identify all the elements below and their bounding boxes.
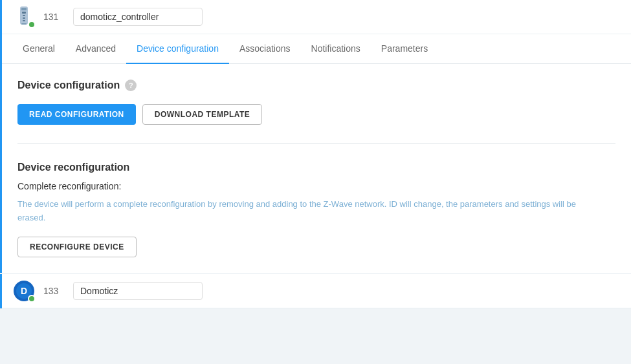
device-card-2: D 133 [0, 274, 631, 308]
device-card-1: 131 General Advanced Device configuratio… [0, 0, 631, 273]
status-dot-1 [28, 21, 36, 28]
tab-parameters[interactable]: Parameters [371, 34, 438, 64]
tab-associations[interactable]: Associations [229, 34, 301, 64]
svg-rect-6 [21, 23, 27, 25]
device-icon-wrapper-1 [12, 5, 36, 28]
reconfiguration-title: Device reconfiguration [17, 162, 615, 173]
tab-notifications[interactable]: Notifications [301, 34, 371, 64]
svg-rect-3 [23, 15, 25, 16]
read-configuration-button[interactable]: READ CONFIGURATION [17, 104, 136, 125]
svg-rect-4 [23, 17, 25, 19]
section-divider [17, 143, 615, 144]
device-id-1: 131 [43, 12, 63, 22]
svg-text:D: D [21, 286, 27, 296]
tabs-bar: General Advanced Device configuration As… [2, 34, 631, 64]
device-id-2: 133 [43, 286, 63, 296]
device-name-input-2[interactable] [73, 282, 203, 300]
device-header-1: 131 [2, 0, 631, 34]
svg-rect-2 [22, 12, 26, 14]
reconfiguration-description: The device will perform a complete recon… [17, 198, 600, 225]
reconfigure-device-button[interactable]: RECONFIGURE DEVICE [17, 237, 137, 257]
device-header-2: D 133 [2, 274, 631, 308]
tab-advanced[interactable]: Advanced [65, 34, 126, 64]
tab-general[interactable]: General [12, 34, 65, 64]
tab-content-area: Device configuration ? READ CONFIGURATIO… [2, 64, 631, 273]
device-name-input-1[interactable] [73, 8, 203, 26]
svg-rect-5 [23, 20, 25, 21]
config-button-row: READ CONFIGURATION DOWNLOAD TEMPLATE [17, 104, 615, 125]
status-dot-2 [28, 295, 36, 303]
device-config-title-text: Device configuration [17, 80, 120, 91]
svg-rect-1 [21, 8, 27, 10]
help-icon[interactable]: ? [125, 80, 137, 91]
device-config-section-title: Device configuration ? [17, 80, 615, 91]
reconfiguration-subtitle: Complete reconfiguration: [17, 181, 615, 191]
tab-device-configuration[interactable]: Device configuration [126, 34, 229, 64]
device-icon-wrapper-2: D [12, 279, 36, 303]
download-template-button[interactable]: DOWNLOAD TEMPLATE [142, 104, 263, 125]
